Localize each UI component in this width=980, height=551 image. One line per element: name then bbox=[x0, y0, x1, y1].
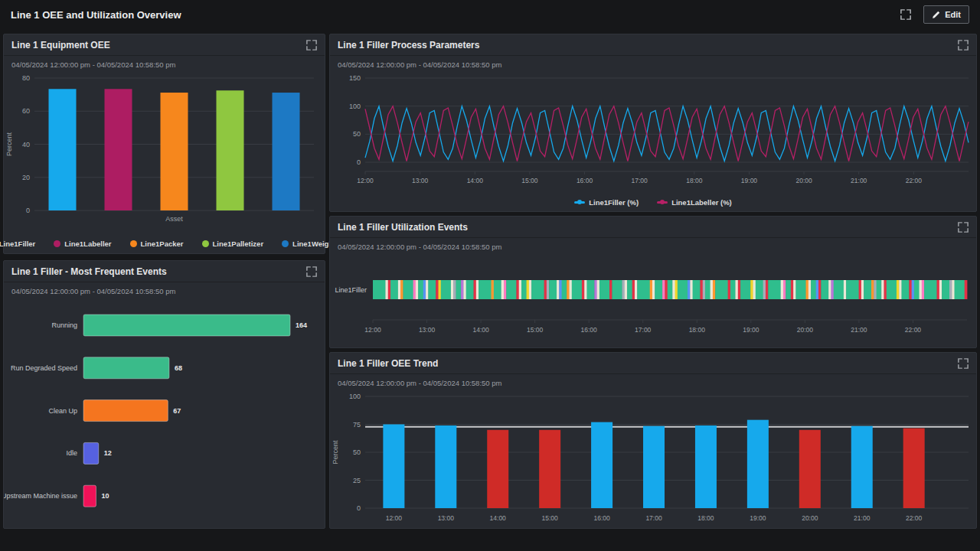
chart-legend: Line1FillerLine1LabellerLine1PackerLine1… bbox=[4, 233, 325, 253]
header-actions: Edit bbox=[900, 5, 969, 24]
panel-header: Line 1 Equipment OEE bbox=[4, 34, 325, 56]
panel-oee-trend: Line 1 Filler OEE Trend 04/05/2024 12:00… bbox=[329, 352, 977, 529]
panel-most-frequent-events: Line 1 Filler - Most Frequent Events 04/… bbox=[3, 260, 325, 529]
svg-text:12:00: 12:00 bbox=[386, 514, 403, 522]
svg-text:18:00: 18:00 bbox=[697, 514, 714, 522]
legend-item-Line1Filler (%)[interactable]: Line1Filler (%) bbox=[574, 198, 639, 207]
svg-text:15:00: 15:00 bbox=[527, 326, 544, 334]
oee-trend-bar-chart: 0255075100Percent12:0013:0014:0015:0016:… bbox=[330, 390, 976, 528]
fullscreen-icon[interactable] bbox=[958, 358, 969, 369]
svg-text:22:00: 22:00 bbox=[905, 326, 922, 334]
svg-text:18:00: 18:00 bbox=[686, 177, 703, 184]
fullscreen-icon[interactable] bbox=[306, 40, 317, 51]
bar-Line1Weigher bbox=[273, 93, 300, 210]
legend-item-Line1Filler[interactable]: Line1Filler bbox=[0, 240, 35, 248]
svg-text:22:00: 22:00 bbox=[906, 177, 923, 184]
legend-label: Line1Palletizer bbox=[213, 240, 264, 248]
svg-text:50: 50 bbox=[353, 130, 361, 138]
fullscreen-icon[interactable] bbox=[306, 266, 317, 277]
svg-text:80: 80 bbox=[22, 74, 30, 82]
bar-Line1Labeller bbox=[105, 89, 132, 210]
svg-text:Idle: Idle bbox=[66, 449, 77, 457]
svg-text:19:00: 19:00 bbox=[743, 326, 760, 334]
svg-text:21:00: 21:00 bbox=[854, 514, 871, 522]
legend-marker bbox=[282, 240, 289, 247]
svg-text:0: 0 bbox=[357, 504, 361, 512]
svg-text:75: 75 bbox=[353, 421, 361, 429]
fullscreen-icon[interactable] bbox=[958, 40, 969, 51]
legend-label: Line1Packer bbox=[141, 240, 184, 248]
svg-text:12: 12 bbox=[104, 449, 112, 457]
svg-text:100: 100 bbox=[349, 103, 361, 110]
bar-17:00 bbox=[643, 426, 665, 508]
legend-item-Line1Palletizer[interactable]: Line1Palletizer bbox=[202, 240, 264, 248]
legend-marker bbox=[574, 201, 585, 204]
bar-21:00 bbox=[851, 426, 873, 508]
edit-button-label: Edit bbox=[945, 10, 961, 19]
dashboard-header: Line 1 OEE and Utilization Overview Edit bbox=[0, 0, 980, 29]
chart-legend: Line1Filler (%)Line1Labeller (%) bbox=[330, 193, 976, 211]
panel-header: Line 1 Filler - Most Frequent Events bbox=[4, 261, 325, 282]
bar-12:00 bbox=[383, 425, 404, 509]
svg-text:0: 0 bbox=[357, 158, 361, 166]
svg-text:164: 164 bbox=[296, 321, 307, 329]
bar-15:00 bbox=[539, 430, 560, 508]
svg-text:16:00: 16:00 bbox=[593, 514, 610, 522]
panel-title: Line 1 Filler Process Parameters bbox=[338, 40, 479, 51]
panel-title: Line 1 Filler Utilization Events bbox=[338, 222, 468, 233]
time-range-label: 04/05/2024 12:00:00 pm - 04/05/2024 10:5… bbox=[330, 56, 976, 72]
legend-item-Line1Labeller (%)[interactable]: Line1Labeller (%) bbox=[657, 198, 732, 207]
legend-label: Line1Filler bbox=[0, 240, 35, 248]
svg-text:13:00: 13:00 bbox=[412, 177, 429, 184]
svg-text:17:00: 17:00 bbox=[645, 514, 662, 522]
svg-text:19:00: 19:00 bbox=[750, 514, 766, 522]
edit-button[interactable]: Edit bbox=[923, 5, 969, 24]
legend-item-Line1Packer[interactable]: Line1Packer bbox=[130, 240, 184, 248]
legend-marker bbox=[202, 240, 209, 247]
svg-text:10: 10 bbox=[101, 492, 109, 500]
bar-Running bbox=[83, 315, 290, 336]
legend-item-Line1Labeller[interactable]: Line1Labeller bbox=[54, 240, 111, 248]
legend-label: Line1Labeller bbox=[64, 240, 111, 248]
time-range-label: 04/05/2024 12:00:00 pm - 04/05/2024 10:5… bbox=[330, 374, 976, 390]
svg-text:68: 68 bbox=[175, 364, 182, 372]
bar-14:00 bbox=[487, 430, 508, 508]
svg-text:21:00: 21:00 bbox=[851, 177, 867, 184]
bar-Upstream Machine issue bbox=[83, 485, 96, 507]
legend-label: Line1Filler (%) bbox=[589, 198, 639, 207]
svg-text:22:00: 22:00 bbox=[906, 514, 923, 522]
svg-text:20: 20 bbox=[22, 174, 30, 181]
svg-text:14:00: 14:00 bbox=[472, 326, 489, 334]
panel-utilization-events: Line 1 Filler Utilization Events 04/05/2… bbox=[329, 216, 977, 348]
svg-text:14:00: 14:00 bbox=[467, 177, 484, 184]
svg-text:18:00: 18:00 bbox=[689, 326, 706, 334]
svg-text:21:00: 21:00 bbox=[851, 326, 867, 334]
panel-header: Line 1 Filler Process Parameters bbox=[330, 34, 976, 56]
process-parameters-line-chart: 05010015012:0013:0014:0015:0016:0017:001… bbox=[330, 72, 976, 193]
equipment-oee-bar-chart: 020406080PercentAsset bbox=[4, 72, 325, 233]
panel-title: Line 1 Filler OEE Trend bbox=[338, 358, 438, 369]
legend-label: Line1Labeller (%) bbox=[671, 198, 732, 207]
bar-Line1Palletizer bbox=[217, 90, 244, 210]
svg-text:Upstream Machine issue: Upstream Machine issue bbox=[4, 492, 77, 500]
panel-title: Line 1 Equipment OEE bbox=[11, 40, 110, 51]
legend-marker bbox=[54, 240, 60, 247]
svg-text:40: 40 bbox=[22, 141, 30, 148]
svg-text:15:00: 15:00 bbox=[521, 177, 538, 184]
svg-text:15:00: 15:00 bbox=[542, 514, 559, 522]
svg-text:Percent: Percent bbox=[5, 132, 13, 156]
svg-text:Clean Up: Clean Up bbox=[48, 407, 77, 415]
svg-text:25: 25 bbox=[353, 477, 361, 484]
legend-marker bbox=[130, 240, 137, 247]
kiosk-mode-icon[interactable] bbox=[900, 9, 911, 20]
svg-text:50: 50 bbox=[353, 448, 361, 456]
svg-text:60: 60 bbox=[22, 107, 30, 115]
svg-text:19:00: 19:00 bbox=[741, 177, 758, 184]
bar-20:00 bbox=[799, 430, 821, 508]
svg-text:13:00: 13:00 bbox=[438, 514, 455, 522]
bar-22:00 bbox=[903, 429, 925, 508]
svg-text:100: 100 bbox=[349, 393, 361, 400]
dashboard-title: Line 1 OEE and Utilization Overview bbox=[11, 9, 181, 21]
panel-equipment-oee: Line 1 Equipment OEE 04/05/2024 12:00:00… bbox=[3, 34, 325, 254]
fullscreen-icon[interactable] bbox=[958, 222, 969, 233]
